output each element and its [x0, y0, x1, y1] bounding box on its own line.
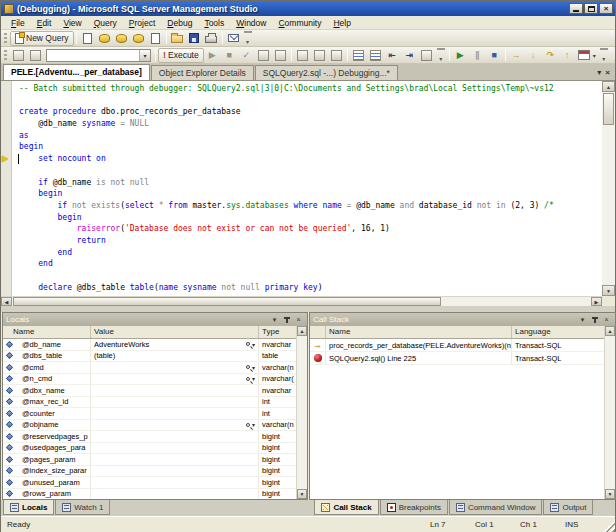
locals-row[interactable]: @reservedpages_pbigint: [3, 431, 296, 443]
save-icon[interactable]: [186, 31, 203, 46]
variable-value[interactable]: [91, 443, 259, 454]
resize-grip[interactable]: [603, 520, 615, 532]
menu-help[interactable]: Help: [327, 17, 356, 29]
call-stack-frame[interactable]: →proc_records_per_database(PELE.Adventur…: [310, 339, 604, 352]
locals-row[interactable]: @cmd▾varchar(n: [3, 362, 296, 374]
cancel-query-icon[interactable]: ■: [221, 48, 238, 63]
locals-scrollbar[interactable]: ▲ ▼: [296, 326, 307, 499]
editor-indicator-margin[interactable]: ▶: [1, 81, 12, 296]
comment-code-icon[interactable]: [350, 48, 367, 63]
magnifier-icon[interactable]: [246, 342, 250, 346]
variable-value[interactable]: ▾: [91, 362, 259, 373]
variable-value[interactable]: [91, 408, 259, 419]
results-to-text-icon[interactable]: [294, 48, 311, 63]
close-panel-icon[interactable]: ×: [601, 315, 612, 325]
active-files-dropdown-icon[interactable]: ▾: [597, 68, 601, 77]
step-over-icon[interactable]: ↷: [542, 48, 559, 63]
code-area[interactable]: -- Batch submitted through debugger: SQL…: [13, 81, 602, 296]
print-icon[interactable]: [203, 31, 220, 46]
close-document-icon[interactable]: ×: [605, 68, 610, 77]
scroll-down-icon[interactable]: ▼: [297, 489, 307, 499]
chevron-down-icon[interactable]: ▾: [252, 341, 255, 348]
connect-icon[interactable]: [10, 48, 27, 63]
call-stack-scrollbar[interactable]: ▲ ▼: [604, 326, 615, 499]
magnifier-icon[interactable]: [246, 377, 250, 381]
variable-value[interactable]: [91, 477, 259, 488]
variable-value[interactable]: AdventureWorks▾: [91, 339, 259, 350]
breakpoints-window-icon[interactable]: ▾: [576, 48, 598, 63]
menu-file[interactable]: File: [5, 17, 31, 29]
document-tab-2[interactable]: Object Explorer Details: [151, 65, 254, 80]
estimated-plan-icon[interactable]: [255, 48, 272, 63]
toolbar-overflow-icon[interactable]: ▾: [600, 48, 608, 62]
query-options-icon[interactable]: [272, 48, 289, 63]
stop-debugging-icon[interactable]: ■: [486, 48, 503, 63]
locals-row[interactable]: @index_size_pararbigint: [3, 466, 296, 478]
variable-value[interactable]: (table): [91, 351, 259, 362]
window-position-icon[interactable]: ▾: [577, 315, 588, 325]
template-parameters-icon[interactable]: [418, 48, 435, 63]
variable-value[interactable]: [91, 397, 259, 408]
variable-value[interactable]: [91, 431, 259, 442]
toolbar-overflow-icon[interactable]: ▾: [244, 31, 252, 45]
mdx-query-icon[interactable]: [113, 31, 130, 46]
break-all-icon[interactable]: ∥: [469, 48, 486, 63]
variable-value[interactable]: ▾: [91, 374, 259, 385]
chevron-down-icon[interactable]: ▾: [252, 364, 255, 371]
variable-value[interactable]: ▾: [91, 420, 259, 431]
locals-row[interactable]: @n_cmd▾nvarchar(: [3, 374, 296, 386]
locals-row[interactable]: @db_nameAdventureWorks▾nvarchar: [3, 339, 296, 351]
locals-column-header-name[interactable]: Name: [11, 326, 91, 338]
step-out-icon[interactable]: ↑: [559, 48, 576, 63]
variable-value[interactable]: [91, 385, 259, 396]
scroll-down-icon[interactable]: ▼: [605, 489, 615, 499]
panel-tab-breakpoints[interactable]: Breakpoints: [380, 500, 448, 515]
locals-row[interactable]: @unused_parambigint: [3, 477, 296, 489]
scroll-down-icon[interactable]: ▼: [602, 285, 615, 296]
locals-column-header-type[interactable]: Type: [259, 326, 296, 338]
scroll-up-icon[interactable]: ▲: [602, 81, 615, 92]
uncomment-code-icon[interactable]: [367, 48, 384, 63]
chevron-down-icon[interactable]: ▾: [252, 375, 255, 382]
pin-icon[interactable]: [589, 315, 600, 325]
menu-community[interactable]: Community: [272, 17, 327, 29]
menu-project[interactable]: Project: [123, 17, 161, 29]
call-stack-frame[interactable]: SQLQuery2.sql() Line 225Transact-SQL: [310, 352, 604, 365]
chevron-down-icon[interactable]: ▾: [252, 421, 255, 428]
debug-icon[interactable]: ▶: [204, 48, 221, 63]
horizontal-scroll-thumb[interactable]: [13, 297, 441, 306]
maximize-button[interactable]: [584, 3, 598, 14]
close-button[interactable]: ×: [599, 3, 613, 14]
open-file-icon[interactable]: [169, 31, 186, 46]
minimize-button[interactable]: [569, 3, 583, 14]
locals-row[interactable]: @max_rec_idint: [3, 397, 296, 409]
decrease-indent-icon[interactable]: ⇤: [384, 48, 401, 63]
editor-vertical-scrollbar[interactable]: ▲ ▼: [602, 81, 615, 296]
variable-value[interactable]: [91, 454, 259, 465]
execute-button[interactable]: !Execute: [158, 48, 204, 63]
dmx-query-icon[interactable]: [130, 31, 147, 46]
call-stack-column-header-language[interactable]: Language: [512, 326, 604, 338]
locals-column-header-value[interactable]: Value: [91, 326, 259, 338]
chevron-down-icon[interactable]: ▾: [139, 50, 150, 61]
scroll-right-icon[interactable]: ▶: [591, 297, 602, 306]
variable-value[interactable]: [91, 489, 259, 500]
parse-icon[interactable]: ✓: [238, 48, 255, 63]
increase-indent-icon[interactable]: ⇥: [401, 48, 418, 63]
variable-value[interactable]: [91, 466, 259, 477]
menu-debug[interactable]: Debug: [161, 17, 198, 29]
magnifier-icon[interactable]: [246, 365, 250, 369]
sql-editor[interactable]: ▶ -- Batch submitted through debugger: S…: [1, 80, 615, 306]
menu-view[interactable]: View: [57, 17, 87, 29]
locals-row[interactable]: @dbs_table(table)table: [3, 351, 296, 363]
panel-tab-call-stack[interactable]: Call Stack: [314, 500, 378, 515]
window-position-icon[interactable]: ▾: [269, 315, 280, 325]
close-panel-icon[interactable]: ×: [293, 315, 304, 325]
toolbar-grip[interactable]: [4, 50, 7, 61]
scroll-left-icon[interactable]: ◀: [1, 297, 12, 306]
magnifier-icon[interactable]: [246, 423, 250, 427]
vertical-scroll-thumb[interactable]: [603, 93, 614, 125]
locals-row[interactable]: @pages_parambigint: [3, 454, 296, 466]
document-tab-3[interactable]: SQLQuery2.sql -...) Debugging...*: [255, 65, 398, 80]
menu-edit[interactable]: Edit: [31, 17, 58, 29]
